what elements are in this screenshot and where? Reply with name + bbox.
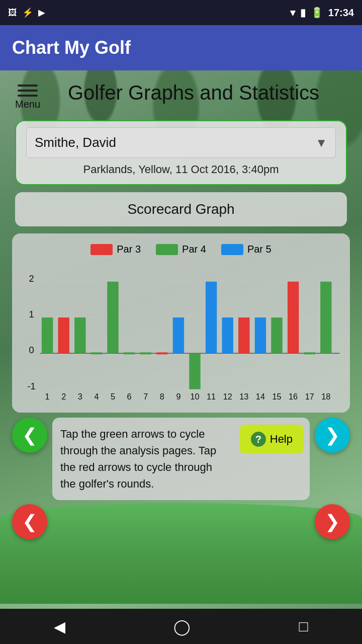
svg-text:16: 16 [289,392,298,401]
svg-text:13: 13 [239,392,248,401]
image-icon: 🖼 [8,8,17,18]
info-nav-section: ❮ Tap the green arrows to cycle through … [12,418,350,539]
prev-page-button[interactable]: ❮ [12,418,47,453]
svg-text:14: 14 [256,392,265,401]
home-button[interactable]: ◯ [173,618,191,635]
prev-round-button[interactable]: ❮ [12,504,47,539]
help-label: Help [270,433,293,446]
bar-hole-9 [173,317,184,353]
next-page-button[interactable]: ❯ [315,418,350,453]
bar-hole-13 [238,317,249,353]
svg-text:5: 5 [111,392,115,401]
status-right: ▾ ▮ 🔋 17:34 [290,7,354,19]
bar-hole-6 [124,352,135,354]
hamburger-icon[interactable] [18,85,38,97]
help-button[interactable]: ? Help [240,425,304,454]
svg-text:15: 15 [272,392,281,401]
bar-hole-2 [58,317,69,353]
next-round-button[interactable]: ❯ [315,504,350,539]
par3-color [90,244,113,255]
menu-button[interactable]: Menu [15,80,40,110]
bar-hole-5 [107,282,118,354]
par5-label: Par 5 [247,244,272,255]
par3-label: Par 3 [117,244,141,255]
golfer-name: Smithe, David [35,135,116,150]
battery-icon: 🔋 [311,7,323,19]
wifi-icon: ▾ [290,7,295,19]
golfer-card: Smithe, David ▼ Parklands, Yellow, 11 Oc… [15,120,347,185]
chart-card: Par 3 Par 4 Par 5 2 1 0 -1 [12,233,350,413]
svg-text:12: 12 [223,392,232,401]
svg-text:17: 17 [305,392,314,401]
network-icon: ▶ [38,7,45,18]
scorecard-graph-button[interactable]: Scorecard Graph [15,192,347,226]
svg-text:2: 2 [61,392,66,401]
bar-hole-3 [74,317,85,353]
status-icons: 🖼 ⚡ ▶ [8,7,45,18]
bar-hole-16 [288,282,299,354]
svg-text:2: 2 [29,273,34,284]
golfer-round: Parklands, Yellow, 11 Oct 2016, 3:40pm [26,163,336,176]
content-area: Menu Golfer Graphs and Statistics Smithe… [0,70,362,644]
dropdown-arrow-icon: ▼ [315,136,327,150]
svg-text:7: 7 [143,392,148,401]
bar-hole-17 [304,352,315,354]
bar-hole-10 [189,353,200,389]
golfer-select-dropdown[interactable]: Smithe, David ▼ [26,127,336,158]
info-text: Tap the green arrows to cycle through th… [60,428,216,490]
bar-hole-14 [255,317,266,353]
svg-text:6: 6 [127,392,132,401]
bar-hole-15 [271,317,282,353]
par4-color [156,244,178,255]
svg-text:9: 9 [176,392,180,401]
bar-hole-8 [156,352,167,354]
par4-label: Par 4 [182,244,206,255]
svg-text:1: 1 [29,309,34,319]
bar-hole-4 [91,352,102,354]
app-title: Chart My Golf [12,37,131,58]
status-bar: 🖼 ⚡ ▶ ▾ ▮ 🔋 17:34 [0,0,362,25]
svg-text:8: 8 [160,392,164,401]
bar-hole-1 [42,317,53,353]
app-bar: Chart My Golf [0,25,362,70]
help-icon: ? [251,432,266,447]
usb-icon: ⚡ [22,7,33,18]
menu-label: Menu [15,99,40,110]
svg-text:11: 11 [207,392,216,401]
recents-button[interactable]: □ [299,618,308,635]
chart-svg-container: 2 1 0 -1 [17,262,345,408]
bottom-nav-bar: ◀ ◯ □ [0,609,362,644]
svg-text:1: 1 [45,392,50,401]
back-button[interactable]: ◀ [54,618,65,635]
svg-text:4: 4 [94,392,99,401]
bar-hole-7 [140,352,151,354]
legend-par3: Par 3 [90,244,141,255]
svg-text:0: 0 [29,345,34,355]
signal-icon: ▮ [300,7,306,19]
svg-text:3: 3 [78,392,82,401]
menu-row: Menu Golfer Graphs and Statistics [0,70,362,115]
chart-legend: Par 3 Par 4 Par 5 [17,244,345,255]
page-title: Golfer Graphs and Statistics [40,80,347,105]
bar-hole-18 [320,282,331,354]
bar-hole-12 [222,317,233,353]
legend-par4: Par 4 [156,244,206,255]
par5-color [221,244,243,255]
svg-text:-1: -1 [27,381,35,391]
svg-text:18: 18 [321,392,330,401]
time-display: 17:34 [328,7,354,19]
scorecard-chart: 2 1 0 -1 [17,262,345,406]
legend-par5: Par 5 [221,244,272,255]
bar-hole-11 [206,282,217,354]
svg-text:10: 10 [190,392,199,401]
